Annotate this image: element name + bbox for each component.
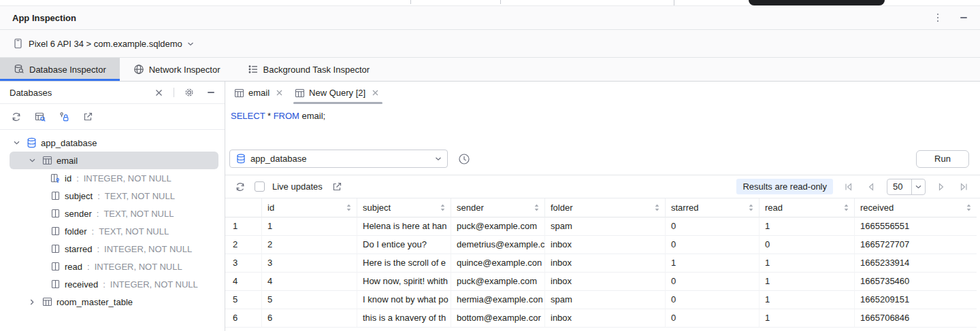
live-updates-checkbox[interactable] <box>255 181 265 192</box>
close-icon[interactable] <box>152 86 165 99</box>
process-selector[interactable]: Pixel 6 API 34 > com.example.sqldemo <box>14 38 194 49</box>
chevron-down-icon[interactable] <box>27 158 37 162</box>
tab-label: Database Inspector <box>29 65 106 75</box>
column-icon <box>49 244 61 254</box>
overlay-pill <box>749 0 885 5</box>
tree-column-subject[interactable]: subject : TEXT, NOT NULL <box>0 187 225 205</box>
refresh-icon[interactable] <box>233 180 247 194</box>
database-selector-dropdown[interactable]: app_database <box>229 150 448 168</box>
primary-key-icon <box>49 173 61 184</box>
tree-column-received[interactable]: received : INTEGER, NOT NULL <box>0 275 225 293</box>
column-type: INTEGER, NOT NULL <box>110 279 198 290</box>
table-row[interactable]: 5 5 I know not by what po hermia@example… <box>225 291 980 309</box>
table-row[interactable]: 2 2 Do I entice you? demetrius@example.c… <box>225 236 980 254</box>
header-id[interactable]: id <box>262 198 357 217</box>
tab-background-task-inspector[interactable]: Background Task Inspector <box>234 58 384 81</box>
minimize-icon[interactable] <box>204 86 218 99</box>
tab-label: email <box>248 88 270 98</box>
column-name: read <box>65 262 82 272</box>
keep-connections-open-icon[interactable] <box>57 110 71 124</box>
databases-panel-header: Databases <box>0 82 225 104</box>
chevron-down-icon[interactable] <box>11 141 22 145</box>
header-sender[interactable]: sender <box>451 198 545 217</box>
tab-network-inspector[interactable]: Network Inspector <box>120 58 234 81</box>
results-table: id subject sender folder starred read re… <box>225 198 980 331</box>
column-type: TEXT, NOT NULL <box>105 191 175 201</box>
export-icon[interactable] <box>330 180 344 194</box>
column-icon <box>49 191 61 201</box>
table-icon <box>41 297 53 307</box>
tree-item-email-table[interactable]: email <box>10 152 218 169</box>
header-subject[interactable]: subject <box>357 198 451 217</box>
tab-database-inspector[interactable]: Database Inspector <box>0 58 120 81</box>
chevron-right-icon[interactable] <box>27 299 37 305</box>
chevron-down-icon <box>187 41 194 46</box>
tab-email-table[interactable]: email <box>233 82 287 104</box>
minimize-icon[interactable] <box>957 11 970 24</box>
separator: : <box>103 279 105 290</box>
database-icon <box>25 137 37 148</box>
tab-separator-tick <box>410 0 411 4</box>
header-folder[interactable]: folder <box>545 198 666 217</box>
header-rownum <box>225 198 262 217</box>
run-button-label: Run <box>934 154 951 164</box>
sql-editor[interactable]: SELECT * FROM email; <box>225 104 980 143</box>
first-page-icon[interactable] <box>842 180 855 194</box>
header-read[interactable]: read <box>760 198 855 217</box>
page-size-select[interactable]: 50 <box>887 179 926 195</box>
tab-separator-tick <box>500 0 501 4</box>
column-icon <box>49 226 61 236</box>
column-icon <box>49 279 61 289</box>
live-updates-label: Live updates <box>272 181 323 192</box>
tree-item-room-master-table[interactable]: room_master_table <box>0 293 225 311</box>
app-inspection-header: App Inspection <box>0 6 980 30</box>
column-name: id <box>65 173 71 184</box>
table-row[interactable]: 4 4 How now, spirit! whith puck@example.… <box>225 273 980 291</box>
tree-column-id[interactable]: id : INTEGER, NOT NULL <box>0 169 225 187</box>
databases-tree: app_database email <box>0 130 225 331</box>
gear-icon[interactable] <box>182 86 196 99</box>
databases-panel-title: Databases <box>10 88 52 98</box>
tab-label: Background Task Inspector <box>263 65 370 75</box>
refresh-icon[interactable] <box>10 110 23 124</box>
table-row[interactable]: 3 3 Here is the scroll of e quince@examp… <box>225 254 980 273</box>
chevron-down-icon <box>435 156 442 161</box>
column-type: INTEGER, NOT NULL <box>104 244 192 254</box>
kebab-menu-icon[interactable] <box>931 11 945 24</box>
process-selector-bar: Pixel 6 API 34 > com.example.sqldemo <box>0 30 980 58</box>
export-icon[interactable] <box>81 110 95 124</box>
sql-keyword: FROM <box>274 111 299 121</box>
table-row[interactable]: 6 6 this is a knavery of th bottom@examp… <box>225 309 980 328</box>
tree-column-read[interactable]: read : INTEGER, NOT NULL <box>0 258 225 275</box>
close-icon[interactable] <box>372 90 378 96</box>
sql-text: email; <box>299 111 325 121</box>
header-received[interactable]: received <box>855 198 977 217</box>
query-history-clock-icon[interactable] <box>457 152 471 166</box>
column-icon <box>49 209 61 218</box>
top-edge-strip <box>0 0 980 6</box>
page-title: App Inspection <box>12 13 76 23</box>
tree-column-sender[interactable]: sender : TEXT, NOT NULL <box>0 205 225 222</box>
tree-item-label: app_database <box>41 138 97 148</box>
databases-toolbar <box>0 104 225 130</box>
last-page-icon[interactable] <box>957 180 970 194</box>
results-table-header: id subject sender folder starred read re… <box>225 198 980 217</box>
column-type: INTEGER, NOT NULL <box>95 262 182 272</box>
process-selector-label: Pixel 6 API 34 > com.example.sqldemo <box>29 39 182 49</box>
tab-new-query[interactable]: New Query [2] <box>293 82 382 104</box>
separator: : <box>97 244 99 254</box>
sql-text: * <box>265 111 273 121</box>
tree-column-folder[interactable]: folder : TEXT, NOT NULL <box>0 222 225 240</box>
run-query-tables-icon[interactable] <box>33 110 47 124</box>
table-row[interactable]: 1 1 Helena is here at han puck@example.c… <box>225 217 980 236</box>
next-page-icon[interactable] <box>934 180 948 194</box>
separator: : <box>87 262 90 272</box>
header-starred[interactable]: starred <box>666 198 760 217</box>
close-icon[interactable] <box>276 90 282 96</box>
databases-panel: Databases <box>0 82 225 331</box>
run-button[interactable]: Run <box>916 150 969 168</box>
separator: : <box>76 173 79 184</box>
tree-column-starred[interactable]: starred : INTEGER, NOT NULL <box>0 240 225 258</box>
tree-item-app-database[interactable]: app_database <box>0 134 225 152</box>
previous-page-icon[interactable] <box>864 180 878 194</box>
